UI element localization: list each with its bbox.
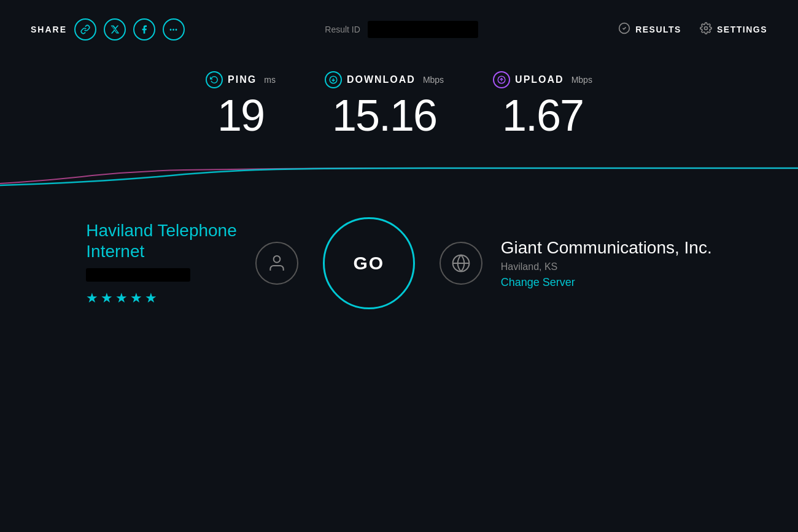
download-unit: Mbps <box>423 75 444 85</box>
results-nav[interactable]: RESULTS <box>618 22 681 37</box>
isp-name-highlight: Haviland T <box>86 221 166 240</box>
upload-unit: Mbps <box>571 75 592 85</box>
download-metric: DOWNLOAD Mbps 15.16 <box>325 71 444 137</box>
ping-label: PING <box>228 74 257 85</box>
header: SHARE ••• Result ID <box>0 0 798 59</box>
download-header: DOWNLOAD Mbps <box>325 71 444 88</box>
isp-name-rest: elephone <box>166 221 237 240</box>
ping-unit: ms <box>264 75 276 85</box>
result-id-label: Result ID <box>325 25 360 34</box>
bottom-section: Haviland Telephone Internet ★ ★ ★ ★ ★ GO <box>0 193 798 322</box>
share-section: SHARE ••• <box>31 18 185 40</box>
change-server-button[interactable]: Change Server <box>501 276 575 289</box>
star-3: ★ <box>115 290 128 306</box>
gear-icon <box>700 22 712 37</box>
avatar-button[interactable] <box>255 242 298 285</box>
isp-section: Haviland Telephone Internet ★ ★ ★ ★ ★ <box>86 220 236 306</box>
settings-nav[interactable]: SETTINGS <box>700 22 767 37</box>
download-value: 15.16 <box>332 93 436 137</box>
result-id-box <box>368 21 478 38</box>
svg-point-6 <box>273 256 280 263</box>
star-5: ★ <box>145 290 157 306</box>
ping-metric: PING ms 19 <box>206 71 276 137</box>
metrics-section: PING ms 19 DOWNLOAD Mbps 15.16 <box>0 59 798 144</box>
link-icon[interactable] <box>74 18 96 40</box>
ping-icon <box>206 71 223 88</box>
globe-button[interactable] <box>440 242 482 285</box>
twitter-icon[interactable] <box>104 18 126 40</box>
upload-metric: UPLOAD Mbps 1.67 <box>493 71 592 137</box>
more-icon[interactable]: ••• <box>163 18 185 40</box>
go-label: GO <box>353 253 384 274</box>
settings-label: SETTINGS <box>717 25 767 34</box>
svg-point-1 <box>704 26 707 29</box>
server-location: Haviland, KS <box>501 261 558 272</box>
speed-graph <box>0 144 798 193</box>
ping-header: PING ms <box>206 71 276 88</box>
isp-redacted <box>86 268 190 282</box>
share-label: SHARE <box>31 25 67 34</box>
isp-name: Haviland Telephone Internet <box>86 220 236 261</box>
result-id-section: Result ID <box>325 21 478 38</box>
upload-icon <box>493 71 510 88</box>
go-button[interactable]: GO <box>323 217 415 309</box>
star-1: ★ <box>86 290 98 306</box>
ping-value: 19 <box>217 93 264 137</box>
right-nav: RESULTS SETTINGS <box>618 22 767 37</box>
download-icon <box>325 71 342 88</box>
results-label: RESULTS <box>635 25 681 34</box>
star-4: ★ <box>130 290 142 306</box>
download-label: DOWNLOAD <box>347 74 416 85</box>
upload-value: 1.67 <box>502 93 583 137</box>
check-circle-icon <box>618 22 630 37</box>
server-name: Giant Communications, Inc. <box>501 237 712 258</box>
server-section: Giant Communications, Inc. Haviland, KS … <box>501 237 712 290</box>
star-2: ★ <box>101 290 113 306</box>
upload-header: UPLOAD Mbps <box>493 71 592 88</box>
facebook-icon[interactable] <box>133 18 155 40</box>
upload-label: UPLOAD <box>515 74 564 85</box>
isp-name-line2: Internet <box>86 242 144 261</box>
star-rating: ★ ★ ★ ★ ★ <box>86 290 157 306</box>
